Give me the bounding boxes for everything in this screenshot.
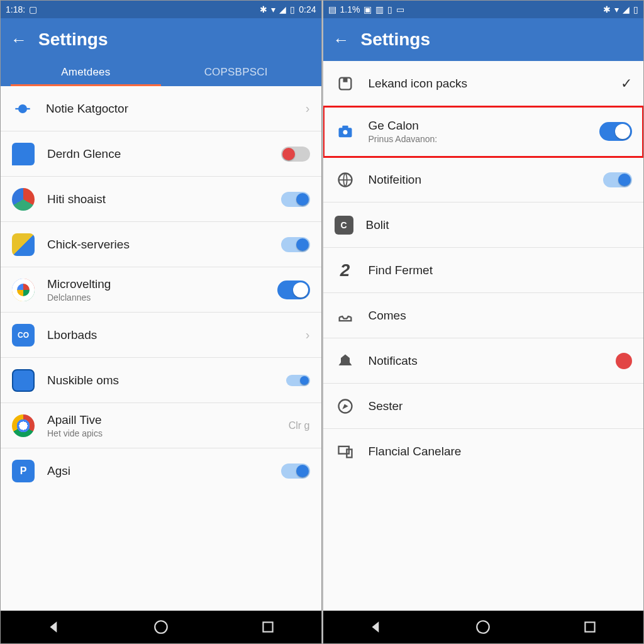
- list-item[interactable]: Notie Katgoctor ›: [1, 86, 321, 131]
- list-item[interactable]: CO Lborbads ›: [1, 313, 321, 358]
- list-item[interactable]: Hiti shoaist: [1, 177, 321, 222]
- list-item[interactable]: P Agsi: [1, 448, 321, 494]
- item-sub: Prinus Adavanon:: [369, 134, 587, 144]
- list-item[interactable]: Derdn Glence: [1, 131, 321, 177]
- wifi-icon: ▾: [271, 4, 275, 14]
- toggle[interactable]: [281, 464, 310, 479]
- list-item[interactable]: C Bolit: [323, 203, 644, 248]
- item-sub: Delclannes: [47, 292, 265, 303]
- toggle[interactable]: [281, 237, 310, 252]
- item-label: Bolit: [366, 218, 633, 232]
- svg-rect-3: [263, 622, 272, 631]
- toggle[interactable]: [281, 192, 310, 207]
- page-title: Settings: [38, 30, 108, 50]
- nav-recent-icon[interactable]: [257, 616, 279, 638]
- svg-rect-1: [15, 108, 30, 109]
- page-title: Settings: [361, 30, 430, 50]
- status-clock: 0:24: [299, 4, 316, 14]
- back-icon[interactable]: ←: [11, 30, 27, 50]
- battery-icon: ▯: [290, 4, 295, 14]
- list-item[interactable]: MicroveltingDelclannes: [1, 267, 321, 313]
- nav-recent-icon[interactable]: [579, 616, 601, 638]
- toggle[interactable]: [277, 280, 310, 299]
- back-icon[interactable]: ←: [333, 30, 350, 50]
- app-icon: [12, 369, 35, 392]
- status-dot: [616, 353, 632, 369]
- status-pct: 1.1%: [340, 4, 360, 14]
- nav-home-icon[interactable]: [472, 616, 494, 638]
- status-icon: ▯: [387, 4, 392, 14]
- item-label: Notificats: [369, 354, 604, 368]
- tabs: Ametdees COPSBPSCI: [11, 60, 311, 86]
- list-item[interactable]: Notifeition: [323, 157, 644, 203]
- list-item[interactable]: Comes: [323, 293, 644, 338]
- tab-copsbpsci[interactable]: COPSBPSCI: [161, 60, 311, 86]
- bell-icon: [335, 350, 356, 372]
- list-item[interactable]: Notificats: [323, 338, 644, 384]
- list-item[interactable]: 2 Find Fermet: [323, 248, 644, 293]
- item-label: Agsi: [47, 464, 269, 478]
- nav-bar: [1, 611, 321, 643]
- list-item[interactable]: Chick-serveries: [1, 222, 321, 267]
- app-icon: P: [12, 460, 35, 482]
- letter-c-icon: C: [335, 216, 353, 235]
- item-label: Nuskible oms: [47, 374, 274, 387]
- nav-bar: [323, 611, 644, 643]
- item-label: Find Fermet: [369, 264, 633, 277]
- svg-rect-7: [342, 126, 348, 129]
- number-2-icon: 2: [335, 260, 356, 281]
- item-label: Notifeition: [369, 173, 591, 187]
- app-icon: [12, 143, 35, 165]
- chrome-icon: [12, 414, 35, 437]
- svg-point-8: [343, 130, 347, 135]
- toggle[interactable]: [603, 172, 632, 187]
- item-sub: Het vide apics: [47, 428, 276, 438]
- app-icon: CO: [12, 324, 35, 347]
- wifi-icon: ▾: [614, 4, 619, 14]
- phone-left: 1:18: ▢ ✱ ▾ ◢ ▯ 0:24 ← Settings Ametdees…: [0, 0, 322, 644]
- status-bar: 1:18: ▢ ✱ ▾ ◢ ▯ 0:24: [1, 1, 321, 18]
- signal-icon: ◢: [279, 4, 286, 14]
- svg-rect-14: [585, 622, 594, 631]
- app-icon: [12, 279, 35, 301]
- item-label: Chick-serveries: [47, 238, 269, 252]
- status-bar: ▤ 1.1% ▣ ▥ ▯ ▭ ✱ ▾ ◢ ▯: [323, 1, 644, 18]
- list-item[interactable]: Lekand icon packs ✓: [323, 61, 644, 106]
- app-bar: ← Settings Ametdees COPSBPSCI: [1, 18, 321, 86]
- compass-icon: [335, 396, 356, 417]
- chevron-right-icon: ›: [306, 328, 310, 342]
- app-icon: [12, 98, 33, 119]
- status-icon: ▣: [364, 4, 372, 14]
- app-icon: [12, 233, 35, 256]
- item-label: Apaill Tive: [47, 413, 276, 427]
- item-label: Lborbads: [47, 328, 293, 342]
- list-item[interactable]: Sester: [323, 384, 644, 429]
- svg-point-2: [155, 621, 167, 633]
- settings-list: Lekand icon packs ✓ Ge CalonPrinus Adava…: [323, 61, 644, 611]
- item-label: Comes: [369, 309, 633, 323]
- list-item[interactable]: Apaill TiveHet vide apics Clr g: [1, 403, 321, 448]
- tab-ametdees[interactable]: Ametdees: [11, 60, 161, 86]
- toggle[interactable]: [281, 147, 310, 162]
- list-item[interactable]: Nuskible oms: [1, 358, 321, 403]
- list-item-highlighted[interactable]: Ge CalonPrinus Adavanon:: [323, 106, 644, 157]
- phone-right: ▤ 1.1% ▣ ▥ ▯ ▭ ✱ ▾ ◢ ▯ ← Settings Lekand…: [322, 0, 645, 644]
- item-label: Notie Katgoctor: [46, 102, 293, 116]
- item-label: Sester: [369, 399, 633, 413]
- asterisk-icon: ✱: [603, 4, 611, 14]
- camera-icon: [335, 121, 356, 142]
- nav-back-icon[interactable]: [365, 616, 387, 638]
- svg-point-13: [477, 621, 489, 633]
- svg-rect-5: [343, 77, 347, 82]
- list-item[interactable]: Flancial Canelare: [323, 429, 644, 474]
- asterisk-icon: ✱: [260, 4, 267, 14]
- nav-back-icon[interactable]: [43, 616, 65, 638]
- toggle[interactable]: [286, 375, 310, 386]
- inbox-icon: [335, 305, 356, 326]
- status-time: 1:18:: [6, 4, 25, 14]
- package-icon: [335, 73, 356, 94]
- toggle[interactable]: [599, 122, 632, 141]
- app-bar: ← Settings: [323, 18, 644, 61]
- nav-home-icon[interactable]: [150, 616, 172, 638]
- item-label: Derdn Glence: [47, 147, 269, 161]
